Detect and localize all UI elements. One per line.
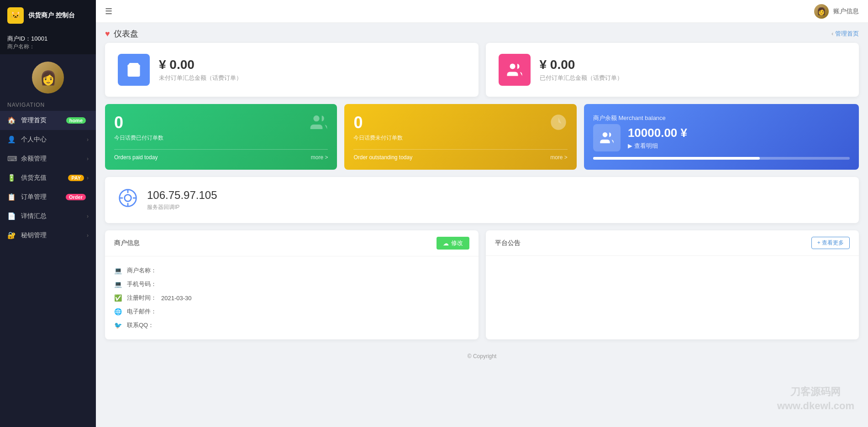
- sidebar-title: 供货商户 控制台: [28, 11, 75, 20]
- unpaid-amount-card: ¥ 0.00 未付订单汇总金额（话费订单）: [105, 43, 479, 97]
- orders-unpaid-today-card: 0 今日话费未付订单数 Order outstanding today more…: [344, 104, 576, 170]
- paid-amount: ¥ 0.00: [540, 57, 623, 72]
- sidebar-item-balance[interactable]: ⌨ 余额管理 ›: [0, 149, 96, 168]
- home-badge: home: [66, 117, 86, 124]
- page-title: ♥ 仪表盘: [105, 28, 138, 39]
- server-info: 106.75.97.105 服务器回调IP: [147, 189, 217, 211]
- breadcrumb: ‹ 管理首页: [831, 30, 859, 38]
- sidebar-item-label: 详情汇总: [21, 212, 87, 220]
- chevron-right-icon: ›: [87, 136, 89, 143]
- orders-unpaid-number: 0: [353, 113, 567, 132]
- topbar: ☰ 👩 账户信息: [96, 0, 868, 23]
- people-icon: [506, 62, 523, 78]
- details-icon: 📄: [7, 212, 16, 220]
- merchant-qq-label: 联系QQ：: [127, 321, 154, 329]
- order-badge: Order: [66, 194, 86, 200]
- balance-icon: ⌨: [7, 155, 16, 163]
- merchant-regtime-label: 注册时间：: [127, 294, 157, 302]
- breadcrumb-home[interactable]: 管理首页: [835, 30, 859, 37]
- sidebar-avatar: 👩: [0, 54, 96, 97]
- sidebar-item-recharge[interactable]: 🔋 供货充值 PAY ›: [0, 168, 96, 187]
- sidebar-item-details[interactable]: 📄 详情汇总 ›: [0, 207, 96, 226]
- merchant-info-title: 商户信息: [114, 239, 140, 247]
- merchant-regtime-item: ✅ 注册时间： 2021-03-30: [114, 291, 469, 305]
- cloud-upload-icon: ☁: [443, 240, 449, 247]
- merchant-regtime-value: 2021-03-30: [161, 295, 192, 302]
- chevron-right-icon: ›: [87, 175, 89, 181]
- platform-notice-header: 平台公告 + 查看更多: [486, 230, 859, 256]
- unpaid-desc: 未付订单汇总金额（话费订单）: [159, 74, 242, 82]
- hamburger-button[interactable]: ☰: [105, 6, 112, 16]
- balance-amount: 10000.00 ¥: [628, 126, 687, 140]
- chevron-right-icon: ›: [87, 232, 89, 239]
- phone-icon: 💻: [114, 281, 122, 288]
- orders-paid-number: 0: [114, 113, 328, 132]
- footer: © Copyright: [96, 349, 868, 364]
- edit-merchant-button[interactable]: ☁ 修改: [437, 237, 469, 250]
- heart-icon: ♥: [105, 29, 110, 39]
- pay-badge: PAY: [68, 175, 84, 181]
- main-content: ♥ 仪表盘 ‹ 管理首页 ¥ 0.00 未付订单汇总金额（话费: [96, 23, 868, 427]
- sidebar-item-home[interactable]: 🏠 管理首页 home: [0, 111, 96, 130]
- merchant-phone-label: 手机号码：: [127, 280, 157, 288]
- dashboard-body: ¥ 0.00 未付订单汇总金额（话费订单） ¥ 0.00 已付订单汇总金额（话费…: [96, 43, 868, 349]
- profile-icon: 👤: [7, 135, 16, 144]
- bottom-row: 商户信息 ☁ 修改 💻 商户名称： 💻 手机号码：: [105, 230, 859, 339]
- cart-icon: [126, 62, 142, 78]
- svg-point-1: [510, 64, 515, 69]
- platform-notice-title: 平台公告: [495, 239, 521, 247]
- merchant-balance-card: 商户余额 Merchant balance 10000.00 ¥ ▶ 查看明细: [584, 104, 859, 170]
- sidebar-item-profile[interactable]: 👤 个人中心 ›: [0, 130, 96, 149]
- platform-notice-card: 平台公告 + 查看更多: [486, 230, 859, 339]
- balance-right: 10000.00 ¥ ▶ 查看明细: [628, 126, 687, 150]
- merchant-id: 商户ID：10001: [7, 35, 89, 43]
- chevron-right-icon: ›: [87, 213, 89, 219]
- globe-icon: 🌐: [114, 308, 122, 315]
- view-detail-link[interactable]: ▶ 查看明细: [628, 142, 687, 150]
- amount-cards-row: ¥ 0.00 未付订单汇总金额（话费订单） ¥ 0.00 已付订单汇总金额（话费…: [105, 43, 859, 97]
- recharge-icon: 🔋: [7, 174, 16, 182]
- balance-bar: [593, 157, 850, 160]
- home-icon: 🏠: [7, 116, 16, 125]
- merchant-info-card: 商户信息 ☁ 修改 💻 商户名称： 💻 手机号码：: [105, 230, 479, 339]
- merchant-name-label: 商户名称：: [127, 266, 157, 275]
- sidebar-header: 🐱 供货商户 控制台: [0, 0, 96, 31]
- merchant-qq-item: 🐦 联系QQ：: [114, 318, 469, 332]
- main-area: ☰ 👩 账户信息 ♥ 仪表盘 ‹ 管理首页: [96, 0, 868, 427]
- view-more-button[interactable]: + 查看更多: [811, 237, 850, 249]
- paid-desc: 已付订单汇总金额（话费订单）: [540, 74, 623, 82]
- footer-text: © Copyright: [468, 353, 497, 359]
- sidebar-item-label: 订单管理: [21, 193, 66, 201]
- sidebar-item-orders[interactable]: 📋 订单管理 Order: [0, 187, 96, 207]
- svg-point-4: [603, 132, 608, 137]
- merchant-email-label: 电子邮件：: [127, 307, 157, 316]
- orders-paid-today-card: 0 今日话费已付订单数 Orders paid today more >: [105, 104, 337, 170]
- svg-point-6: [125, 195, 132, 202]
- orders-unpaid-more[interactable]: more >: [550, 154, 568, 161]
- page-header: ♥ 仪表盘 ‹ 管理首页: [96, 23, 868, 43]
- balance-title: 商户余额 Merchant balance: [593, 114, 850, 122]
- sidebar: 🐱 供货商户 控制台 商户ID：10001 商户名称： 👩 Navigation…: [0, 0, 96, 427]
- orders-paid-more[interactable]: more >: [311, 154, 328, 161]
- server-icon: [118, 188, 138, 212]
- orders-unpaid-footer: Order outstanding today more >: [353, 149, 567, 161]
- topbar-right[interactable]: 👩 账户信息: [814, 4, 859, 19]
- balance-bar-track: [593, 157, 850, 160]
- balance-bar-fill: [593, 157, 760, 160]
- orders-unpaid-icon: [549, 113, 568, 135]
- keys-icon: 🔐: [7, 231, 16, 240]
- merchant-info-body: 💻 商户名称： 💻 手机号码： ✅ 注册时间： 2021-03-30: [105, 256, 479, 339]
- paid-amount-card: ¥ 0.00 已付订单汇总金额（话费订单）: [486, 43, 859, 97]
- orders-unpaid-label: 今日话费未付订单数: [353, 134, 567, 142]
- topbar-left: ☰: [105, 6, 112, 16]
- platform-notice-body: [486, 256, 859, 324]
- sidebar-logo: 🐱: [7, 7, 24, 24]
- sidebar-item-label: 个人中心: [21, 135, 87, 144]
- merchant-phone-item: 💻 手机号码：: [114, 277, 469, 291]
- sidebar-item-keys[interactable]: 🔐 秘钥管理 ›: [0, 226, 96, 245]
- server-ip-card: 106.75.97.105 服务器回调IP: [105, 177, 859, 223]
- people-icon-container: [499, 54, 531, 86]
- check-icon: ✅: [114, 294, 122, 302]
- sidebar-merchant-info: 商户ID：10001 商户名称：: [0, 31, 96, 54]
- server-ip-label: 服务器回调IP: [147, 203, 217, 211]
